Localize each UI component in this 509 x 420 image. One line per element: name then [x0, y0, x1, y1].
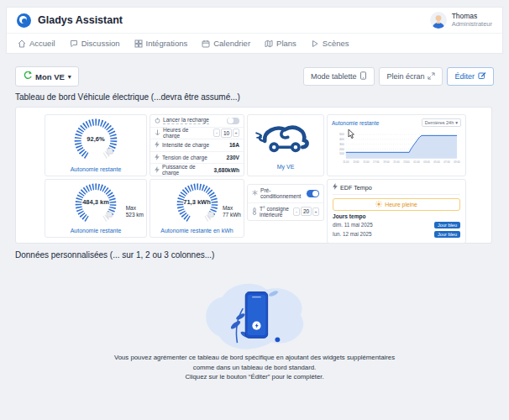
charge-voltage-value: 230V: [227, 155, 239, 160]
precondition-row: Pré-conditionnement: [248, 185, 323, 202]
range-gauge-label: Autonomie restante: [45, 228, 146, 234]
home-icon: [18, 39, 26, 48]
start-charge-label: Lancer la recharge: [163, 117, 209, 124]
start-charge-toggle[interactable]: [227, 118, 239, 125]
tempo-day-badge: Jour bleu: [434, 231, 460, 238]
bolt-icon: [155, 166, 160, 174]
peak-hour-banner: Heure pleine: [333, 198, 460, 211]
svg-text:300: 300: [339, 143, 344, 146]
edf-tempo-card: EDF Tempo Heure pleine Jours tempo dim. …: [327, 179, 466, 244]
chart-period-dropdown[interactable]: Dernières 24h ▾: [422, 118, 461, 127]
nav-item-plans[interactable]: Plans: [265, 39, 296, 48]
energy-gauge-label: Autonomie restante en kWh: [150, 228, 244, 234]
soc-gauge-label: Autonomie restante: [45, 166, 146, 173]
temperature-stepper: - 20 +: [293, 207, 319, 216]
dashboard-toolbar: Mon VE ▾ Mode tablette Plein écran Édite…: [15, 66, 494, 87]
charge-settings-card: Lancer la recharge Heures de charge - 10…: [150, 114, 244, 176]
edit-button[interactable]: Éditer: [447, 67, 494, 86]
thermometer-icon: [252, 207, 257, 216]
arrow-down-icon: [155, 129, 160, 137]
charge-hours-label: Heures de charge: [163, 127, 197, 139]
calendar-icon: [202, 39, 210, 48]
svg-text:07:00: 07:00: [443, 160, 450, 164]
map-icon: [265, 39, 273, 48]
nav-item-discussion[interactable]: Discussion: [70, 39, 120, 48]
ev-dashboard-panel: 92,6% Autonomie restante Lancer la recha…: [15, 107, 492, 244]
tablet-mode-button[interactable]: Mode tablette: [303, 67, 375, 86]
charge-hours-value[interactable]: 10: [221, 129, 232, 138]
phone-with-leaves-illustration: [192, 277, 317, 351]
nav-item-accueil[interactable]: Accueil: [18, 39, 55, 48]
user-menu[interactable]: Thomas Administrateur: [430, 12, 492, 29]
refresh-icon: [23, 71, 32, 82]
minus-button[interactable]: -: [213, 129, 220, 137]
charge-hours-row: Heures de charge - 10 +: [150, 127, 244, 139]
bolt-icon: [155, 154, 160, 161]
grid-icon: [134, 39, 143, 48]
sun-icon: [375, 201, 382, 208]
charge-intensity-value: 16A: [229, 142, 239, 148]
vehicle-card: My VE: [247, 114, 324, 176]
edit-icon: [478, 71, 486, 81]
nav-item-integrations[interactable]: Intégrations: [134, 39, 188, 48]
temperature-row: T° consigne intérieure - 20 +: [248, 202, 323, 221]
soc-gauge-card: 92,6% Autonomie restante: [45, 114, 147, 176]
svg-text:200: 200: [339, 148, 344, 151]
svg-text:23:00: 23:00: [403, 160, 410, 164]
gladys-logo-icon: [17, 13, 31, 28]
dashboard-selector-button[interactable]: Mon VE ▾: [15, 66, 79, 87]
charge-intensity-row: Intensité de charge 16A: [150, 139, 244, 151]
bolt-icon: [333, 183, 338, 192]
nav-item-scenes[interactable]: Scènes: [311, 39, 349, 48]
ev-dashboard-section-title: Tableau de bord Véhicule électrique (...…: [15, 92, 240, 102]
svg-text:19:00: 19:00: [383, 160, 390, 164]
bolt-icon: [155, 141, 160, 149]
chevron-down-icon: ▾: [68, 73, 71, 81]
tempo-days-label: Jours tempo: [333, 213, 460, 219]
tempo-day-row: dim. 11 mai 2025 Jour bleu: [333, 220, 460, 229]
svg-text:21:00: 21:00: [393, 160, 400, 164]
vehicle-name: My VE: [277, 164, 295, 170]
svg-text:100: 100: [339, 152, 344, 155]
svg-text:17:00: 17:00: [373, 160, 380, 164]
autonomy-chart-card: Autonomie restante Dernières 24h ▾ 50040…: [327, 114, 466, 176]
fullscreen-button[interactable]: Plein écran: [379, 67, 443, 86]
plus-button[interactable]: +: [233, 129, 239, 137]
svg-text:11:00: 11:00: [343, 160, 349, 164]
avatar: [430, 12, 447, 29]
energy-gauge-card: 71,3 kWh Max 77 kWh Autonomie restante e…: [150, 179, 244, 238]
power-icon: [155, 118, 160, 124]
peak-hour-label: Heure pleine: [385, 202, 417, 207]
snowflake-icon: [252, 190, 258, 197]
custom-data-section-title: Données personnalisées (... sur 1, 2 ou …: [15, 250, 214, 260]
tempo-title: EDF Tempo: [340, 184, 372, 192]
charge-hours-stepper: - 10 +: [213, 129, 239, 138]
climate-card: Pré-conditionnement T° consigne intérieu…: [247, 184, 324, 221]
chart-title: Autonomie restante: [332, 120, 379, 126]
charge-power-value: 3,680kWh: [214, 167, 239, 173]
mouse-cursor: [348, 128, 356, 143]
precondition-toggle[interactable]: [307, 190, 319, 197]
svg-text:13:00: 13:00: [353, 160, 359, 164]
svg-text:400: 400: [339, 138, 344, 141]
app-title: Gladys Assistant: [38, 14, 123, 26]
precondition-label: Pré-conditionnement: [260, 187, 297, 200]
user-role: Administrateur: [452, 21, 492, 29]
play-icon: [311, 39, 319, 48]
nav-item-calendrier[interactable]: Calendrier: [202, 39, 250, 48]
start-charge-row: Lancer la recharge: [150, 115, 244, 127]
temperature-value[interactable]: 20: [301, 207, 312, 216]
app-header: Gladys Assistant Thomas Administrateur A…: [6, 7, 503, 54]
svg-text:05:00: 05:00: [433, 160, 440, 164]
tempo-day-row: lun. 12 mai 2025 Jour bleu: [333, 229, 460, 239]
plus-button[interactable]: +: [312, 207, 319, 216]
tablet-icon: [359, 71, 367, 81]
charge-power-row: Puissance de charge 3,680kWh: [150, 163, 244, 176]
range-gauge-card: 484,3 km Max 523 km Autonomie restante: [45, 179, 147, 238]
tempo-day-badge: Jour bleu: [434, 222, 460, 228]
empty-state-text: Vous pouvez agrémenter ce tableau de bor…: [0, 353, 509, 382]
energy-gauge-max: Max 77 kWh: [223, 205, 241, 218]
minus-button[interactable]: -: [293, 207, 300, 216]
svg-text:09:00: 09:00: [454, 160, 460, 164]
chat-icon: [70, 39, 78, 48]
